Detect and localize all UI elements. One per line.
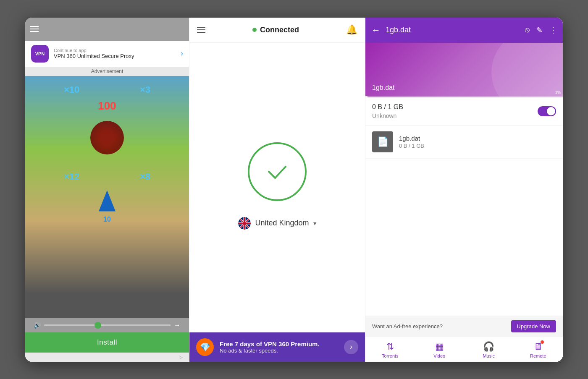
ad-bar: Want an Ad-free experience? Upgrade Now <box>365 316 563 337</box>
checkmark-icon <box>265 159 290 184</box>
nav-remote[interactable]: 🖥 Remote <box>514 337 563 362</box>
nav-remote-label: Remote <box>530 353 546 358</box>
nav-torrents-label: Torrents <box>382 353 399 358</box>
file-item-size: 0 B / 1 GB <box>399 143 424 149</box>
ad-label: Advertisement <box>25 67 189 76</box>
bell-icon[interactable]: 🔔 <box>346 24 357 35</box>
progress-percent: 1% <box>555 90 561 95</box>
file-doc-icon: 📄 <box>377 136 388 147</box>
vpn-hamburger-icon[interactable] <box>197 27 205 33</box>
arrow-right-icon: → <box>174 321 181 329</box>
nav-video-label: Video <box>433 353 445 358</box>
game-ad-image: ×10 ×3 100 ×12 ×8 10 <box>25 76 189 318</box>
file-banner: 1gb.dat 1% <box>365 43 563 97</box>
slider-row: 🔊 → <box>25 318 189 332</box>
status-dot <box>252 28 257 32</box>
game-overlay: ×10 ×3 100 ×12 ×8 10 <box>25 76 189 318</box>
chevron-right-icon: › <box>181 49 183 58</box>
game-badge-4: ×8 <box>140 171 150 182</box>
game-badge-3: ×12 <box>64 171 79 182</box>
left-panel: VPN Continue to app VPN 360 Unlimited Se… <box>25 18 189 362</box>
connected-circle[interactable] <box>248 142 307 201</box>
nav-music-label: Music <box>483 353 495 358</box>
file-info-section: 0 B / 1 GB Unknown <box>365 97 563 125</box>
game-hero <box>99 191 116 212</box>
continue-text-block: Continue to app VPN 360 Unlimited Secure… <box>54 48 176 59</box>
bottom-nav: ⇅ Torrents ▦ Video 🎧 Music 🖥 Remote <box>365 337 563 362</box>
file-item-name: 1gb.dat <box>399 135 424 142</box>
nav-torrents[interactable]: ⇅ Torrents <box>365 337 415 362</box>
continue-label: Continue to app <box>54 48 176 53</box>
volume-icon[interactable]: 🔊 <box>34 322 41 329</box>
hamburger-icon[interactable] <box>30 26 39 32</box>
file-list: 📄 1gb.dat 0 B / 1 GB <box>365 125 563 316</box>
vpn-status: Connected <box>252 26 299 34</box>
promo-title: Free 7 days of VPN 360 Premium. <box>220 340 338 348</box>
country-selector[interactable]: United Kingdom ▾ <box>231 214 323 233</box>
file-icon: 📄 <box>372 131 393 152</box>
game-badge-2: ×3 <box>140 84 150 95</box>
file-list-item[interactable]: 📄 1gb.dat 0 B / 1 GB <box>365 125 563 159</box>
progress-slider[interactable] <box>44 324 171 326</box>
file-item-text: 1gb.dat 0 B / 1 GB <box>399 135 424 149</box>
more-icon[interactable]: ⋮ <box>549 26 557 35</box>
toggle-switch[interactable] <box>538 106 556 116</box>
file-manager-header: ← 1gb.dat ⎋ ✎ ⋮ <box>365 18 563 43</box>
slider-thumb[interactable] <box>94 322 101 329</box>
vpn-app-icon: VPN <box>31 45 49 63</box>
game-bottom-row: ×12 ×8 <box>34 171 181 182</box>
file-progress-bar <box>365 96 563 97</box>
toggle-knob <box>547 107 555 115</box>
top-bar <box>25 18 189 41</box>
promo-text-block: Free 7 days of VPN 360 Premium. No ads &… <box>220 340 338 354</box>
progress-bar-fill <box>365 96 368 97</box>
nav-music[interactable]: 🎧 Music <box>464 337 514 362</box>
middle-panel: Connected 🔔 <box>189 18 365 362</box>
country-name: United Kingdom <box>255 219 309 227</box>
uk-flag-icon <box>238 217 251 230</box>
dropdown-arrow-icon: ▾ <box>313 220 316 227</box>
status-text: Connected <box>260 26 299 34</box>
install-button[interactable]: Install <box>25 332 189 353</box>
file-banner-name: 1gb.dat <box>372 84 394 91</box>
game-enemy <box>90 121 124 154</box>
file-manager-title: 1gb.dat <box>386 26 520 34</box>
nav-video[interactable]: ▦ Video <box>415 337 465 362</box>
file-banner-circle <box>491 43 563 97</box>
file-size: 0 B / 1 GB <box>372 103 533 111</box>
back-arrow-icon[interactable]: ← <box>371 25 381 36</box>
promo-subtitle: No ads & faster speeds. <box>220 348 338 354</box>
game-top-row: ×10 ×3 <box>34 84 181 95</box>
game-badge-1: ×10 <box>64 84 79 95</box>
file-source: Unknown <box>372 112 533 119</box>
torrents-icon: ⇅ <box>386 341 394 352</box>
ad-info-icon[interactable]: ▷ <box>179 354 185 360</box>
promo-icon: 💎 <box>196 338 214 356</box>
file-info-text: 0 B / 1 GB Unknown <box>372 103 533 119</box>
ad-footer: ▷ <box>25 353 189 362</box>
video-icon: ▦ <box>435 341 444 352</box>
vpn-main: United Kingdom ▾ <box>189 43 365 332</box>
vpn-promo-banner[interactable]: 💎 Free 7 days of VPN 360 Premium. No ads… <box>189 332 365 362</box>
continue-banner[interactable]: VPN Continue to app VPN 360 Unlimited Se… <box>25 41 189 67</box>
promo-chevron-icon: › <box>344 340 358 354</box>
remote-badge <box>541 340 544 344</box>
header-icons: ⎋ ✎ ⋮ <box>525 26 557 35</box>
vpn-app-name: VPN 360 Unlimited Secure Proxy <box>54 53 176 59</box>
upgrade-button[interactable]: Upgrade Now <box>511 320 556 332</box>
vpn-header: Connected 🔔 <box>189 18 365 43</box>
edit-icon[interactable]: ✎ <box>536 26 543 35</box>
share-icon[interactable]: ⎋ <box>525 26 530 35</box>
ad-bar-text: Want an Ad-free experience? <box>372 323 443 329</box>
music-icon: 🎧 <box>483 341 494 352</box>
game-number-red: 100 <box>34 99 181 112</box>
game-bottom-num: 10 <box>34 216 181 223</box>
right-panel: ← 1gb.dat ⎋ ✎ ⋮ 1gb.dat 1% 0 B / 1 GB Un… <box>365 18 563 362</box>
